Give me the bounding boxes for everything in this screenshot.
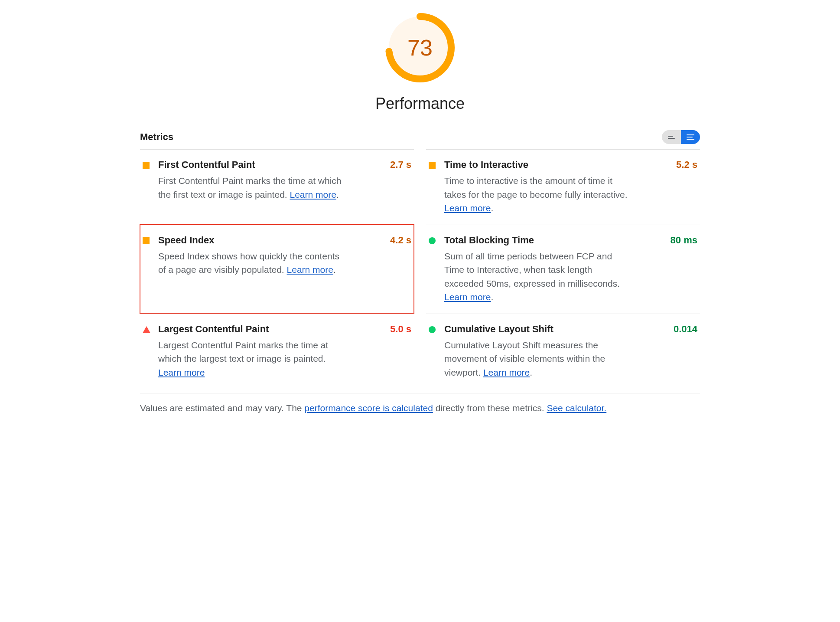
warn-icon	[143, 237, 150, 244]
metric-value: 5.0 s	[390, 324, 414, 335]
learn-more-link[interactable]: Learn more	[158, 367, 205, 377]
metric-value: 80 ms	[671, 235, 700, 246]
metrics-grid: First Contentful PaintFirst Contentful P…	[140, 149, 700, 389]
metric-value: 2.7 s	[390, 159, 414, 170]
metric-body: Largest Contentful PaintLargest Contentf…	[158, 324, 345, 380]
learn-more-link[interactable]: Learn more	[444, 203, 491, 213]
metric-body: First Contentful PaintFirst Contentful P…	[158, 159, 345, 201]
metric-speed-index: Speed IndexSpeed Index shows how quickly…	[140, 225, 414, 314]
metric-name: Speed Index	[158, 235, 345, 246]
footer-note: Values are estimated and may vary. The p…	[140, 393, 700, 413]
learn-more-link[interactable]: Learn more	[483, 367, 530, 377]
see-calculator-link[interactable]: See calculator.	[547, 403, 606, 413]
metric-name: Largest Contentful Paint	[158, 324, 345, 335]
category-title: Performance	[375, 95, 465, 113]
metric-body: Cumulative Layout ShiftCumulative Layout…	[444, 324, 631, 380]
warn-icon	[143, 162, 150, 169]
view-toggle	[662, 130, 700, 144]
metric-description: First Contentful Paint marks the time at…	[158, 174, 345, 201]
metric-name: Time to Interactive	[444, 159, 631, 170]
metric-value: 0.014	[674, 324, 700, 335]
metric-largest-contentful-paint: Largest Contentful PaintLargest Contentf…	[140, 314, 414, 389]
metric-description: Speed Index shows how quickly the conten…	[158, 249, 345, 277]
collapsed-icon	[668, 136, 675, 139]
metric-time-to-interactive: Time to InteractiveTime to interactive i…	[426, 149, 700, 225]
learn-more-link[interactable]: Learn more	[444, 292, 491, 302]
metric-value: 5.2 s	[676, 159, 700, 170]
metric-total-blocking-time: Total Blocking TimeSum of all time perio…	[426, 225, 700, 314]
metric-name: Cumulative Layout Shift	[444, 324, 631, 335]
metric-body: Speed IndexSpeed Index shows how quickly…	[158, 235, 345, 277]
pass-icon	[429, 326, 436, 333]
view-toggle-expanded[interactable]	[681, 130, 700, 144]
view-toggle-collapsed[interactable]	[662, 130, 681, 144]
metric-description: Time to interactive is the amount of tim…	[444, 174, 631, 215]
score-value: 73	[385, 13, 455, 82]
metrics-heading: Metrics	[140, 131, 173, 143]
metric-description: Largest Contentful Paint marks the time …	[158, 338, 345, 380]
performance-calc-link[interactable]: performance score is calculated	[304, 403, 433, 413]
footer-text-pre: Values are estimated and may vary. The	[140, 403, 304, 413]
metric-value: 4.2 s	[390, 235, 414, 246]
metric-cumulative-layout-shift: Cumulative Layout ShiftCumulative Layout…	[426, 314, 700, 389]
metric-description: Sum of all time periods between FCP and …	[444, 249, 631, 304]
expanded-icon	[687, 134, 694, 140]
pass-icon	[429, 237, 436, 244]
footer-text-mid: directly from these metrics.	[433, 403, 547, 413]
metric-description: Cumulative Layout Shift measures the mov…	[444, 338, 631, 380]
learn-more-link[interactable]: Learn more	[287, 265, 333, 275]
metric-body: Time to InteractiveTime to interactive i…	[444, 159, 631, 215]
performance-gauge: 73 Performance	[140, 13, 700, 113]
metric-body: Total Blocking TimeSum of all time perio…	[444, 235, 631, 304]
fail-icon	[143, 326, 150, 333]
metric-name: Total Blocking Time	[444, 235, 631, 246]
metric-first-contentful-paint: First Contentful PaintFirst Contentful P…	[140, 149, 414, 225]
score-gauge: 73	[385, 13, 455, 82]
warn-icon	[429, 162, 436, 169]
metric-name: First Contentful Paint	[158, 159, 345, 170]
learn-more-link[interactable]: Learn more	[290, 190, 336, 200]
